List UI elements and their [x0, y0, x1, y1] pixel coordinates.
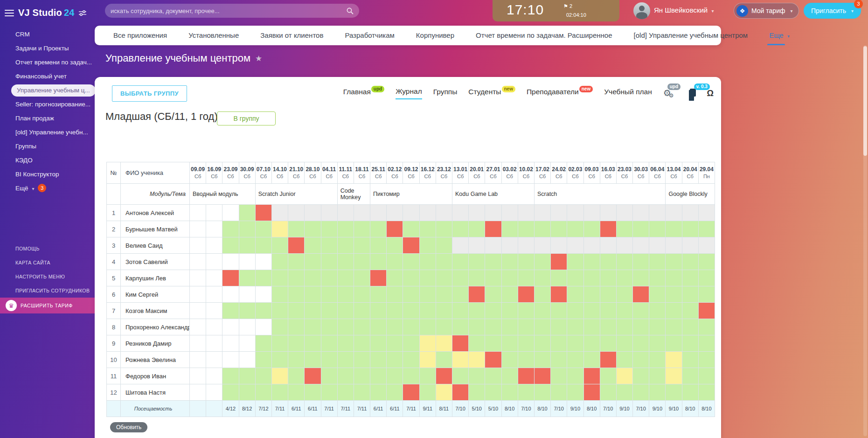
attendance-cell[interactable]: [206, 221, 222, 237]
attendance-cell[interactable]: [698, 205, 715, 221]
attendance-cell[interactable]: [616, 335, 632, 352]
attendance-cell[interactable]: [206, 368, 222, 384]
attendance-cell[interactable]: [485, 303, 501, 319]
attendance-cell[interactable]: [452, 205, 469, 221]
attendance-cell[interactable]: [403, 335, 419, 352]
student-name[interactable]: Ким Сергей: [121, 286, 190, 303]
sidebar-footer-link[interactable]: ПРИГЛАСИТЬ СОТРУДНИКОВ: [0, 284, 95, 298]
favorite-star-icon[interactable]: ★: [255, 54, 262, 63]
col-header-date[interactable]: 10.02Сб: [518, 162, 534, 184]
marketplace-tab[interactable]: Корпунивер: [416, 26, 454, 45]
attendance-cell[interactable]: [387, 286, 403, 303]
attendance-cell[interactable]: [485, 368, 501, 384]
student-name[interactable]: Велиев Саид: [121, 237, 190, 254]
attendance-cell[interactable]: [600, 205, 616, 221]
marketplace-tab[interactable]: Заявки от клиентов: [260, 26, 323, 45]
attendance-cell[interactable]: [370, 368, 387, 384]
attendance-cell[interactable]: [666, 205, 682, 221]
attendance-cell[interactable]: [239, 384, 255, 401]
attendance-cell[interactable]: [551, 368, 567, 384]
invite-button[interactable]: Пригласить ▾ 3: [804, 3, 861, 19]
attendance-cell[interactable]: [288, 205, 305, 221]
attendance-cell[interactable]: [666, 335, 682, 352]
attendance-cell[interactable]: [239, 205, 255, 221]
attendance-cell[interactable]: [403, 254, 419, 270]
attendance-cell[interactable]: [206, 384, 222, 401]
student-name[interactable]: Резников Дамир: [121, 335, 190, 352]
attendance-cell[interactable]: [600, 237, 616, 254]
attendance-cell[interactable]: [469, 237, 485, 254]
attendance-cell[interactable]: [255, 352, 271, 368]
attendance-cell[interactable]: [501, 303, 518, 319]
attendance-cell[interactable]: [337, 335, 354, 352]
attendance-cell[interactable]: [239, 319, 255, 335]
attendance-cell[interactable]: [387, 254, 403, 270]
attendance-cell[interactable]: [370, 335, 387, 352]
attendance-cell[interactable]: [206, 319, 222, 335]
attendance-cell[interactable]: [354, 352, 370, 368]
attendance-cell[interactable]: [485, 221, 501, 237]
attendance-cell[interactable]: [666, 303, 682, 319]
attendance-cell[interactable]: [354, 221, 370, 237]
attendance-cell[interactable]: [436, 319, 452, 335]
attendance-cell[interactable]: [633, 303, 649, 319]
attendance-cell[interactable]: [698, 237, 715, 254]
student-name[interactable]: Рожнева Эвелина: [121, 352, 190, 368]
attendance-cell[interactable]: [387, 319, 403, 335]
col-header-date[interactable]: 02.12Сб: [387, 162, 403, 184]
attendance-cell[interactable]: [649, 335, 666, 352]
attendance-cell[interactable]: [255, 237, 271, 254]
attendance-cell[interactable]: [387, 352, 403, 368]
attendance-cell[interactable]: [305, 368, 321, 384]
attendance-cell[interactable]: [567, 368, 583, 384]
upgrade-tariff-button[interactable]: ♛ РАСШИРИТЬ ТАРИФ: [0, 298, 95, 313]
attendance-cell[interactable]: [551, 319, 567, 335]
attendance-cell[interactable]: [222, 270, 239, 286]
attendance-cell[interactable]: [419, 335, 436, 352]
attendance-cell[interactable]: [534, 205, 550, 221]
attendance-cell[interactable]: [633, 254, 649, 270]
attendance-cell[interactable]: [206, 205, 222, 221]
col-header-date[interactable]: 29.04Пн: [698, 162, 715, 184]
attendance-cell[interactable]: [387, 205, 403, 221]
marketplace-tab[interactable]: Все приложения: [113, 26, 167, 45]
attendance-cell[interactable]: [534, 270, 550, 286]
attendance-cell[interactable]: [666, 319, 682, 335]
attendance-cell[interactable]: [600, 270, 616, 286]
attendance-cell[interactable]: [206, 286, 222, 303]
marketplace-tab[interactable]: Отчет времени по задачам. Расширенное: [476, 26, 612, 45]
attendance-cell[interactable]: [666, 221, 682, 237]
attendance-cell[interactable]: [305, 270, 321, 286]
attendance-cell[interactable]: [698, 335, 715, 352]
attendance-cell[interactable]: [271, 237, 288, 254]
attendance-cell[interactable]: [436, 384, 452, 401]
attendance-cell[interactable]: [419, 303, 436, 319]
attendance-cell[interactable]: [649, 205, 666, 221]
attendance-cell[interactable]: [222, 352, 239, 368]
student-name[interactable]: Карлушин Лев: [121, 270, 190, 286]
attendance-cell[interactable]: [190, 335, 206, 352]
attendance-cell[interactable]: [239, 270, 255, 286]
attendance-cell[interactable]: [501, 368, 518, 384]
attendance-cell[interactable]: [370, 205, 387, 221]
user-avatar[interactable]: [633, 2, 650, 19]
attendance-cell[interactable]: [239, 221, 255, 237]
col-header-date[interactable]: 11.11Сб: [337, 162, 354, 184]
attendance-cell[interactable]: [452, 335, 469, 352]
attendance-cell[interactable]: [288, 270, 305, 286]
attendance-cell[interactable]: [239, 303, 255, 319]
attendance-cell[interactable]: [534, 335, 550, 352]
attendance-cell[interactable]: [534, 237, 550, 254]
col-header-date[interactable]: 02.03Сб: [567, 162, 583, 184]
attendance-cell[interactable]: [600, 352, 616, 368]
marketplace-tab[interactable]: [old] Управление учебным центром: [634, 26, 748, 45]
attendance-cell[interactable]: [387, 303, 403, 319]
attendance-cell[interactable]: [534, 384, 550, 401]
attendance-cell[interactable]: [551, 352, 567, 368]
attendance-cell[interactable]: [469, 384, 485, 401]
attendance-cell[interactable]: [305, 319, 321, 335]
attendance-cell[interactable]: [321, 319, 337, 335]
attendance-cell[interactable]: [452, 270, 469, 286]
attendance-cell[interactable]: [255, 368, 271, 384]
attendance-cell[interactable]: [321, 286, 337, 303]
